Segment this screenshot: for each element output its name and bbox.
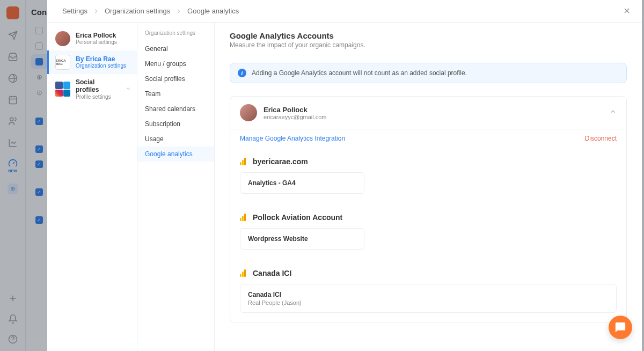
nav-usage[interactable]: Usage xyxy=(137,131,214,147)
nav-general[interactable]: General xyxy=(137,41,214,56)
nav-subscription[interactable]: Subscription xyxy=(137,116,214,131)
nav-team[interactable]: Team xyxy=(137,86,214,101)
account-personal[interactable]: Erica Pollock Personal settings xyxy=(47,27,137,50)
nav-shared-calendars[interactable]: Shared calendars xyxy=(137,101,214,116)
ga-account-header[interactable]: Erica Pollock ericaraeyyc@gmail.com xyxy=(230,97,626,129)
property-title: Canada ICI xyxy=(253,269,291,277)
property-title: byericarae.com xyxy=(253,157,308,166)
close-button[interactable] xyxy=(623,6,631,17)
google-analytics-icon xyxy=(240,214,247,221)
manage-integration-link[interactable]: Manage Google Analytics Integration xyxy=(240,135,345,142)
chevron-up-icon xyxy=(609,108,617,118)
nav-social-profiles[interactable]: Social profiles xyxy=(137,71,214,86)
property-pollock-aviation: Pollock Aviation Account Wordpress Websi… xyxy=(230,203,626,259)
page-subtitle: Measure the impact of your organic campa… xyxy=(230,41,627,49)
property-canada-ici: Canada ICI Canada ICI Real People (Jason… xyxy=(230,259,626,323)
org-settings-nav: Organization settings General Menu / gro… xyxy=(137,23,215,351)
main-content: Google Analytics Accounts Measure the im… xyxy=(215,23,642,351)
accounts-column: Erica Pollock Personal settings ERICA RA… xyxy=(47,23,137,351)
settings-modal: Settings Organization settings Google an… xyxy=(47,0,642,351)
chat-support-button[interactable] xyxy=(609,316,632,339)
property-byericarae: byericarae.com Analytics - GA4 xyxy=(230,148,626,203)
orgnav-header: Organization settings xyxy=(137,30,214,41)
property-item[interactable]: Wordpress Website xyxy=(240,228,364,250)
avatar xyxy=(240,104,257,121)
nav-menu-groups[interactable]: Menu / groups xyxy=(137,56,214,71)
account-organization[interactable]: ERICA RAE By Erica Rae Organization sett… xyxy=(47,50,137,74)
chevron-right-icon xyxy=(172,8,185,15)
nav-google-analytics[interactable]: Google analytics xyxy=(137,147,214,162)
org-logo-icon: ERICA RAE xyxy=(55,55,70,70)
account-social-profiles[interactable]: Social profiles Profile settings xyxy=(47,74,137,105)
breadcrumb-current: Google analytics xyxy=(185,7,241,15)
disconnect-link[interactable]: Disconnect xyxy=(585,135,617,142)
breadcrumb: Settings Organization settings Google an… xyxy=(47,0,642,23)
chevron-right-icon xyxy=(90,8,103,15)
info-banner: i Adding a Google Analytics account will… xyxy=(230,63,627,83)
breadcrumb-settings[interactable]: Settings xyxy=(60,7,90,15)
ga-account-name: Erica Pollock xyxy=(264,106,605,114)
page-title: Google Analytics Accounts xyxy=(230,31,627,40)
ga-account-card: Erica Pollock ericaraeyyc@gmail.com Mana… xyxy=(230,96,627,323)
chevron-down-icon xyxy=(125,84,131,94)
social-profiles-icon xyxy=(55,82,70,97)
property-item[interactable]: Canada ICI Real People (Jason) xyxy=(240,284,617,313)
property-title: Pollock Aviation Account xyxy=(253,213,342,222)
info-message: Adding a Google Analytics account will n… xyxy=(252,69,467,77)
google-analytics-icon xyxy=(240,158,247,165)
google-analytics-icon xyxy=(240,269,247,277)
ga-account-email: ericaraeyyc@gmail.com xyxy=(264,114,605,120)
breadcrumb-orgsettings[interactable]: Organization settings xyxy=(103,7,172,15)
avatar xyxy=(55,31,70,46)
property-item[interactable]: Analytics - GA4 xyxy=(240,172,364,194)
info-icon: i xyxy=(238,69,246,77)
